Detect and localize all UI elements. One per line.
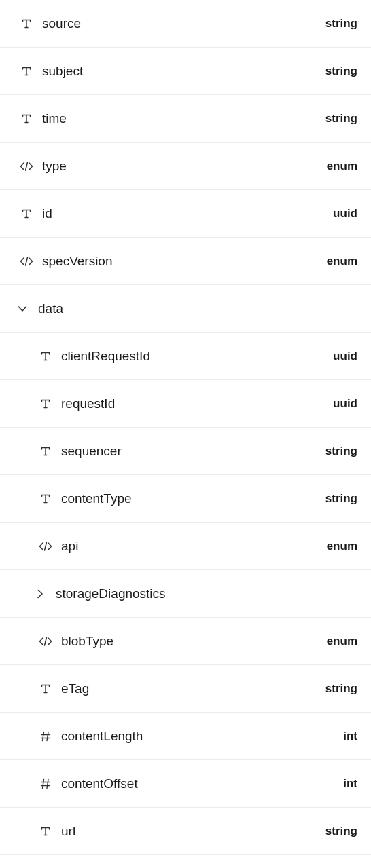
field-type: string	[325, 492, 357, 506]
row-left: data	[0, 301, 63, 316]
schema-tree-row[interactable]: requestIduuid	[0, 380, 371, 428]
schema-tree-branch[interactable]: data	[0, 285, 371, 333]
row-left: url	[0, 824, 75, 839]
text-type-icon	[19, 18, 34, 29]
number-type-icon	[38, 778, 53, 789]
row-left: storageDiagnostics	[0, 586, 166, 601]
row-left: blobType	[0, 634, 113, 649]
number-type-icon	[38, 731, 53, 742]
field-type: string	[325, 445, 357, 458]
field-name: clientRequestId	[61, 349, 150, 364]
field-name: api	[61, 539, 78, 554]
field-name: storageDiagnostics	[56, 586, 166, 601]
schema-tree-row[interactable]: iduuid	[0, 190, 371, 238]
chevron-right-icon[interactable]	[33, 588, 48, 599]
schema-tree-row[interactable]: apienum	[0, 523, 371, 570]
field-name: blobType	[61, 634, 113, 649]
row-left: id	[0, 206, 52, 221]
field-type: enum	[327, 159, 357, 173]
text-type-icon	[19, 208, 34, 219]
row-left: type	[0, 159, 67, 174]
schema-tree-row[interactable]: typeenum	[0, 143, 371, 190]
row-left: contentType	[0, 491, 132, 506]
field-type: enum	[327, 254, 357, 268]
field-name: specVersion	[42, 254, 113, 269]
field-type: enum	[327, 540, 357, 553]
field-name: contentLength	[61, 729, 143, 744]
field-type: string	[325, 112, 357, 126]
code-type-icon	[38, 636, 53, 647]
schema-tree-row[interactable]: contentTypestring	[0, 475, 371, 523]
field-name: requestId	[61, 396, 115, 411]
text-type-icon	[38, 493, 53, 504]
schema-tree-row[interactable]: subjectstring	[0, 48, 371, 95]
row-left: time	[0, 111, 67, 126]
schema-tree-row[interactable]: contentOffsetint	[0, 760, 371, 808]
field-type: uuid	[333, 350, 357, 363]
row-left: clientRequestId	[0, 349, 150, 364]
field-type: string	[325, 682, 357, 696]
row-left: subject	[0, 64, 83, 79]
field-name: type	[42, 159, 67, 174]
field-type: string	[325, 17, 357, 31]
schema-tree-row[interactable]: blobTypeenum	[0, 618, 371, 665]
schema-tree-row[interactable]: sourcestring	[0, 0, 371, 48]
field-type: uuid	[333, 397, 357, 411]
row-left: specVersion	[0, 254, 113, 269]
text-type-icon	[38, 446, 53, 457]
field-name: subject	[42, 64, 83, 79]
field-name: id	[42, 206, 52, 221]
schema-tree-row[interactable]: contentLengthint	[0, 713, 371, 760]
field-type: string	[325, 825, 357, 838]
row-left: contentOffset	[0, 776, 138, 791]
row-left: source	[0, 16, 81, 31]
code-type-icon	[19, 256, 34, 267]
field-type: int	[343, 777, 357, 791]
row-left: api	[0, 539, 78, 554]
field-name: contentType	[61, 491, 132, 506]
field-type: int	[343, 730, 357, 743]
row-left: eTag	[0, 681, 89, 696]
schema-tree-row[interactable]: sequencerstring	[0, 428, 371, 475]
text-type-icon	[38, 683, 53, 694]
schema-tree-row[interactable]: specVersionenum	[0, 238, 371, 285]
field-name: eTag	[61, 681, 89, 696]
row-left: sequencer	[0, 444, 122, 459]
field-type: string	[325, 64, 357, 78]
field-type: uuid	[333, 207, 357, 221]
row-left: requestId	[0, 396, 115, 411]
field-name: source	[42, 16, 81, 31]
field-name: url	[61, 824, 75, 839]
text-type-icon	[38, 826, 53, 837]
text-type-icon	[19, 66, 34, 77]
field-name: time	[42, 111, 67, 126]
field-name: sequencer	[61, 444, 122, 459]
schema-tree-row[interactable]: eTagstring	[0, 665, 371, 713]
row-left: contentLength	[0, 729, 143, 744]
text-type-icon	[38, 351, 53, 362]
schema-tree-row[interactable]: clientRequestIduuid	[0, 333, 371, 380]
code-type-icon	[38, 541, 53, 552]
chevron-down-icon[interactable]	[15, 303, 30, 314]
field-name: contentOffset	[61, 776, 138, 791]
field-type: enum	[327, 635, 357, 648]
code-type-icon	[19, 161, 34, 172]
schema-tree-branch[interactable]: storageDiagnostics	[0, 570, 371, 618]
field-name: data	[38, 301, 63, 316]
schema-tree: sourcestringsubjectstringtimestringtypee…	[0, 0, 371, 855]
text-type-icon	[38, 398, 53, 409]
schema-tree-row[interactable]: urlstring	[0, 808, 371, 855]
schema-tree-row[interactable]: timestring	[0, 95, 371, 143]
text-type-icon	[19, 113, 34, 124]
